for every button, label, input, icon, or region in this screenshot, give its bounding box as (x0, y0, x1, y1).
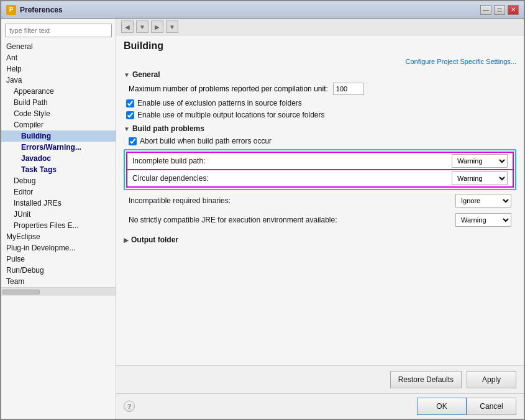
sidebar-item-debug[interactable]: Debug (1, 175, 116, 186)
sidebar-item-plugin-dev[interactable]: Plug-in Developme... (1, 242, 116, 253)
ok-button[interactable]: OK (417, 398, 467, 415)
abort-build-label: Abort build when build path errors occur (140, 137, 272, 145)
incompatible-binaries-select[interactable]: Ignore Warning Error (455, 194, 511, 208)
bottom-bar: Restore Defaults Apply (116, 365, 524, 393)
sidebar-item-team[interactable]: Team (1, 276, 116, 287)
sidebar-item-javadoc[interactable]: Javadoc (1, 153, 116, 164)
sidebar-item-help[interactable]: Help (1, 63, 116, 75)
incompatible-binaries-label: Incompatible required binaries: (129, 196, 450, 205)
sidebar-item-appearance[interactable]: Appearance (1, 86, 116, 97)
minimize-button[interactable]: — (480, 5, 491, 15)
sidebar-search-input[interactable] (5, 24, 112, 37)
page-title: Building (124, 40, 516, 54)
sidebar-item-java[interactable]: Java (1, 75, 116, 86)
sidebar-item-build-path[interactable]: Build Path (1, 97, 116, 108)
sidebar-item-editor[interactable]: Editor (1, 186, 116, 198)
sidebar-item-myeclipse[interactable]: MyEclipse (1, 231, 116, 242)
output-folder-collapse-icon[interactable]: ▶ (124, 237, 129, 244)
abort-build-checkbox[interactable] (129, 137, 137, 145)
forward-button[interactable]: ▼ (136, 21, 148, 33)
multiple-output-row: Enable use of multiple output locations … (124, 111, 516, 119)
no-compatible-jre-label: No strictly compatible JRE for execution… (129, 216, 450, 224)
sidebar-item-code-style[interactable]: Code Style (1, 108, 116, 119)
output-folder-section-header: ▶ Output folder (124, 235, 516, 244)
incompatible-binaries-row: Incompatible required binaries: Ignore W… (124, 193, 516, 209)
preferences-window: P Preferences — □ ✕ General Ant Help Jav… (0, 0, 525, 420)
sidebar-item-installed-jres[interactable]: Installed JREs (1, 198, 116, 209)
circular-dependencies-select[interactable]: Ignore Warning Error (452, 171, 508, 185)
exclusion-patterns-checkbox[interactable] (126, 99, 134, 107)
circular-dependencies-label: Circular dependencies: (132, 174, 447, 183)
sidebar-item-junit[interactable]: JUnit (1, 209, 116, 220)
multiple-output-label: Enable use of multiple output locations … (137, 111, 325, 119)
exclusion-patterns-row: Enable use of exclusion patterns in sour… (124, 99, 516, 107)
forward2-button[interactable]: ▶ (151, 21, 163, 33)
max-problems-input[interactable] (333, 83, 364, 95)
down-arrow-button[interactable]: ▼ (166, 21, 178, 33)
sidebar-item-pulse[interactable]: Pulse (1, 253, 116, 265)
cancel-button[interactable]: Cancel (467, 398, 516, 415)
multiple-output-checkbox[interactable] (126, 111, 134, 119)
incomplete-build-path-label: Incomplete build path: (132, 157, 447, 165)
max-problems-label: Maximum number of problems reported per … (129, 84, 328, 93)
restore-button[interactable]: □ (494, 5, 505, 15)
back-button[interactable]: ◀ (121, 21, 134, 33)
window-title: Preferences (20, 6, 480, 14)
main-toolbar: ◀ ▼ ▶ ▼ (116, 19, 524, 35)
exclusion-patterns-label: Enable use of exclusion patterns in sour… (137, 99, 302, 107)
general-collapse-icon[interactable]: ▼ (124, 71, 130, 78)
no-compatible-jre-row: No strictly compatible JRE for execution… (124, 212, 516, 228)
footer-bar: ? OK Cancel (116, 393, 524, 419)
build-path-collapse-icon[interactable]: ▼ (124, 126, 130, 132)
sidebar-item-ant[interactable]: Ant (1, 52, 116, 63)
build-path-problems-highlighted-box: Incomplete build path: Ignore Warning Er… (124, 149, 516, 190)
titlebar: P Preferences — □ ✕ (1, 1, 524, 19)
incomplete-build-path-row: Incomplete build path: Ignore Warning Er… (127, 153, 513, 169)
restore-defaults-button[interactable]: Restore Defaults (390, 371, 462, 388)
sidebar-item-task-tags[interactable]: Task Tags (1, 164, 116, 175)
main-content: Building Configure Project Specific Sett… (116, 35, 524, 365)
main-panel: ◀ ▼ ▶ ▼ Building Configure Project Speci… (116, 19, 524, 419)
content-area: General Ant Help Java Appearance Build P… (1, 19, 524, 419)
circular-dependencies-row: Circular dependencies: Ignore Warning Er… (127, 170, 513, 186)
window-controls: — □ ✕ (480, 5, 519, 15)
apply-button[interactable]: Apply (467, 371, 516, 388)
sidebar-item-properties[interactable]: Properties Files E... (1, 220, 116, 231)
sidebar-item-general[interactable]: General (1, 41, 116, 52)
general-section-header: ▼ General (124, 70, 516, 79)
max-problems-row: Maximum number of problems reported per … (124, 83, 516, 95)
build-path-problems-section-header: ▼ Build path problems (124, 124, 516, 133)
sidebar-item-run-debug[interactable]: Run/Debug (1, 265, 116, 276)
help-button[interactable]: ? (124, 401, 135, 412)
sidebar-horizontal-scrollbar[interactable] (1, 287, 116, 296)
abort-build-row: Abort build when build path errors occur (124, 137, 516, 145)
sidebar: General Ant Help Java Appearance Build P… (1, 19, 116, 419)
sidebar-item-compiler[interactable]: Compiler (1, 119, 116, 130)
close-button[interactable]: ✕ (508, 5, 519, 15)
sidebar-item-errors-warnings[interactable]: Errors/Warning... (1, 142, 116, 153)
app-icon: P (6, 5, 16, 15)
sidebar-item-building[interactable]: Building (1, 130, 116, 142)
configure-project-link[interactable]: Configure Project Specific Settings... (124, 58, 516, 65)
incomplete-build-path-select[interactable]: Ignore Warning Error (452, 154, 508, 168)
no-compatible-jre-select[interactable]: Ignore Warning Error (455, 213, 511, 227)
